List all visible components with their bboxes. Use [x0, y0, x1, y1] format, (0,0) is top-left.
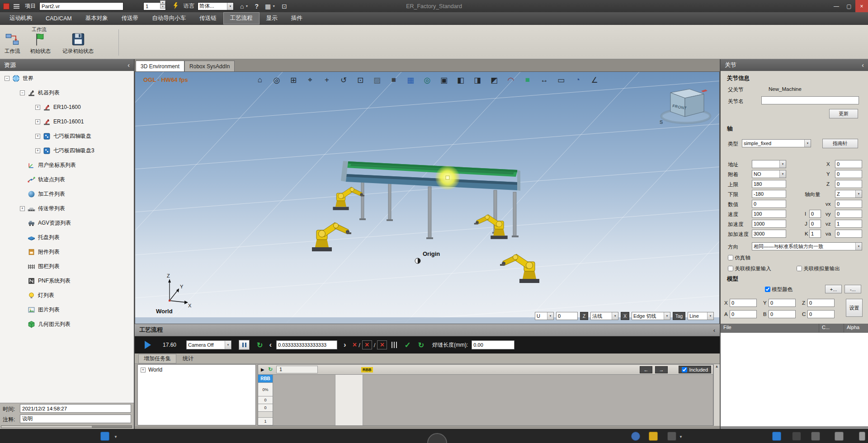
measure-distance-icon[interactable]: ↔	[538, 74, 550, 86]
taskbar-brush-icon[interactable]	[649, 432, 658, 441]
lightning-icon[interactable]	[173, 2, 178, 10]
rbb-badge[interactable]: RBB	[361, 367, 373, 372]
attach-select[interactable]: NO ▼	[752, 170, 786, 178]
initial-state-button[interactable]: 初始状态	[30, 32, 51, 55]
delete-icon[interactable]: ×	[353, 341, 357, 349]
pose-b-field[interactable]	[769, 310, 796, 318]
taskbar-move-icon[interactable]	[835, 432, 844, 441]
pose-x-field[interactable]	[730, 299, 757, 307]
step-forward-icon[interactable]: ›	[344, 340, 346, 349]
tree-item[interactable]: +ER10-16001	[0, 114, 134, 129]
offset-field[interactable]	[556, 312, 578, 320]
tree-item[interactable]: +七巧板四轴吸盘3	[0, 143, 134, 158]
menu-item-4[interactable]: 传送带	[115, 12, 146, 24]
workflow-button[interactable]: 工作流	[5, 32, 20, 55]
jerk-field[interactable]	[752, 230, 786, 238]
horizontal-scrollbar[interactable]	[1, 425, 132, 428]
taskbar-display-icon[interactable]	[100, 432, 109, 441]
set-pose-button[interactable]: 设置	[846, 299, 863, 317]
color-column[interactable]: C...	[819, 324, 844, 332]
close-button[interactable]: ×	[855, 0, 868, 12]
section-box-icon[interactable]: ▣	[438, 74, 450, 86]
3d-scene[interactable]: Origin Z Y X World	[135, 72, 720, 324]
tree-item[interactable]: +几何图元列表	[0, 317, 134, 331]
viewport-3d[interactable]: Origin Z Y X World	[135, 71, 720, 324]
mirror-z-icon[interactable]: ◩	[488, 74, 500, 86]
taskbar-monitor-icon[interactable]	[772, 432, 781, 441]
arc-rotate-icon[interactable]: ◠	[505, 74, 517, 86]
note-field[interactable]	[20, 415, 131, 423]
delete-task-button[interactable]: ×	[362, 340, 372, 349]
hatch-icon[interactable]: ▨	[371, 74, 383, 86]
apps-caret-icon[interactable]: ▼	[272, 5, 275, 8]
delete-all-button[interactable]: ×	[377, 340, 387, 349]
tree-item[interactable]: +托盘列表	[0, 230, 134, 245]
tree-item[interactable]: +图片列表	[0, 302, 134, 317]
va-field[interactable]	[835, 230, 862, 238]
collapse-left-icon[interactable]: ‹	[127, 61, 130, 69]
tab-robox-sysaddin[interactable]: Robox SysAddIn	[184, 61, 235, 71]
timeline-cell[interactable]: RBB	[258, 375, 273, 383]
tab-statistics[interactable]: 统计	[177, 354, 199, 363]
type-select[interactable]: simple_fixed ▼	[742, 139, 811, 147]
value-field[interactable]	[752, 200, 786, 208]
menu-item-9[interactable]: 插件	[284, 12, 309, 24]
tree-expander[interactable]: −	[20, 90, 25, 95]
pose-a-field[interactable]	[730, 310, 757, 318]
menu-item-6[interactable]: 传送链	[193, 12, 223, 24]
speed-field[interactable]	[752, 210, 786, 218]
process-tree-root[interactable]: + World	[141, 367, 253, 373]
file-list[interactable]	[721, 332, 868, 426]
step-back-icon[interactable]: ‹	[269, 340, 272, 349]
language-select[interactable]: 简体... ▼	[198, 2, 234, 10]
spinner-arrows-icon[interactable]: ▲▼	[160, 0, 165, 8]
window-menu-icon[interactable]	[14, 4, 19, 9]
confirm-check-icon[interactable]: ✓	[404, 340, 410, 350]
y-field[interactable]	[835, 170, 862, 178]
alpha-column[interactable]: Alpha	[844, 324, 868, 332]
camera-select[interactable]: Camera Off ▼	[186, 340, 231, 349]
vx-field[interactable]	[835, 200, 862, 208]
tree-expander[interactable]: +	[35, 134, 40, 139]
address-select[interactable]: ▼	[752, 160, 786, 168]
k-field[interactable]	[809, 230, 821, 238]
vy-field[interactable]	[835, 210, 862, 218]
monitor-icon[interactable]: ⊡	[282, 3, 287, 10]
tree-expander[interactable]: +	[20, 206, 25, 211]
file-column[interactable]: File	[721, 324, 819, 332]
timeline-cell[interactable]: 0	[258, 404, 273, 412]
u-axis-select[interactable]: U ▼	[535, 312, 554, 320]
tab-3d-environment[interactable]: 3D Environment	[136, 61, 184, 71]
model-color-toggle[interactable]: 模型颜色	[765, 286, 793, 293]
sim-axis-checkbox[interactable]	[728, 255, 733, 260]
tree-item[interactable]: −机器列表	[0, 85, 134, 100]
pose-c-field[interactable]	[807, 310, 835, 318]
timeline-cell[interactable]: 1	[258, 417, 273, 425]
menu-item-3[interactable]: 基本对象	[79, 12, 115, 24]
rotate-icon[interactable]: ↺	[338, 74, 349, 86]
tree-item[interactable]: +ER10-1600	[0, 100, 134, 114]
tree-item[interactable]: +灯列表	[0, 288, 134, 302]
index-spinner[interactable]: ▲▼	[143, 0, 166, 12]
tree-item[interactable]: +用户坐标系列表	[0, 158, 134, 172]
analog-out-checkbox[interactable]	[797, 266, 802, 271]
tree-item[interactable]: +附件列表	[0, 245, 134, 259]
taskbar-caret-icon[interactable]: ▼	[114, 435, 118, 439]
tree-item[interactable]: −世界	[0, 71, 134, 85]
center-target-icon[interactable]: ◎	[421, 74, 433, 86]
tree-item[interactable]: +七巧板四轴吸盘	[0, 129, 134, 143]
measure-box-icon[interactable]: ▭	[555, 74, 567, 86]
home-icon[interactable]: ⌂	[254, 74, 266, 86]
taskbar-gear-icon[interactable]	[631, 432, 640, 441]
line-mode-select[interactable]: Line ▼	[688, 312, 714, 320]
mirror-x-icon[interactable]: ◧	[455, 74, 467, 86]
project-name-input[interactable]	[39, 2, 123, 10]
taskbar-windows-caret-icon[interactable]: ▼	[679, 435, 683, 439]
tree-expander[interactable]: −	[5, 76, 9, 81]
scrollbar-thumb[interactable]	[1, 426, 92, 428]
analog-out-toggle[interactable]: 关联模拟量输出	[797, 265, 840, 272]
fit-icon[interactable]: ⊡	[354, 74, 366, 86]
accel-field[interactable]	[752, 220, 786, 228]
compass-button[interactable]: 指南针	[822, 139, 858, 148]
direction-select[interactable]: 相同——与标准系统轴方向一致 ▼	[752, 242, 862, 250]
